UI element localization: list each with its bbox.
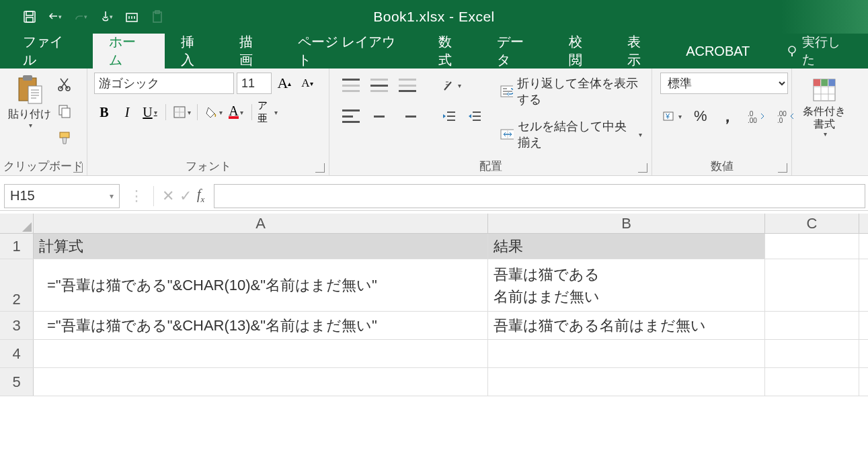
fill-color-icon[interactable]: ▾ [203, 102, 223, 122]
cell-B5[interactable] [488, 368, 765, 396]
svg-point-6 [789, 46, 795, 53]
col-header-A[interactable]: A [34, 214, 488, 233]
comma-icon[interactable]: ， [717, 106, 738, 126]
cell-B3[interactable]: 吾輩は猫である名前はまだ無い [488, 312, 765, 339]
wrap-text-button[interactable]: 折り返して全体を表示する [500, 75, 642, 107]
ribbon-tabs: ファイル ホーム 挿入 描画 ページ レイアウト 数式 データ 校閲 表示 AC… [0, 34, 868, 69]
svg-text:.00: .00 [748, 117, 757, 123]
increase-indent-icon[interactable] [465, 106, 484, 126]
dialog-launcher-icon[interactable] [73, 163, 83, 173]
enter-formula-icon[interactable]: ✓ [180, 187, 192, 205]
increase-font-icon[interactable]: A▴ [274, 73, 294, 93]
formula-bar[interactable] [214, 184, 865, 208]
align-middle-icon[interactable] [368, 75, 390, 95]
name-box[interactable]: H15▾ [4, 184, 120, 208]
tab-draw[interactable]: 描画 [223, 34, 282, 69]
row-header-2[interactable]: 2 [0, 259, 34, 311]
col-header-B[interactable]: B [488, 214, 765, 233]
tab-acrobat[interactable]: ACROBAT [670, 34, 766, 69]
select-all-triangle[interactable] [0, 214, 34, 233]
align-bottom-icon[interactable] [397, 75, 418, 95]
svg-rect-15 [60, 132, 69, 138]
svg-rect-1 [26, 11, 33, 15]
cell-C1[interactable] [765, 234, 859, 259]
dialog-launcher-icon[interactable] [778, 163, 787, 173]
align-top-icon[interactable] [340, 75, 362, 95]
drag-handle-icon[interactable]: ⋮ [129, 187, 145, 205]
col-header-C[interactable]: C [765, 214, 859, 233]
orientation-icon[interactable]: ▾ [440, 75, 463, 95]
window-title: Book1.xlsx - Excel [373, 9, 495, 25]
italic-button[interactable]: I [117, 102, 137, 122]
insert-function-icon[interactable]: fx [197, 187, 204, 205]
dialog-launcher-icon[interactable] [315, 163, 325, 173]
worksheet-grid: A B C 1 計算式 結果 2 ="吾輩は猫である"&CHAR(10)&"名前… [0, 214, 868, 396]
group-alignment: ▾ 折り返して全体を表示する セル [329, 69, 652, 175]
group-clipboard: 貼り付け ▾ クリップボード [0, 69, 87, 175]
decrease-indent-icon[interactable] [440, 106, 459, 126]
undo-icon[interactable]: ▾ [48, 10, 62, 24]
format-painter-icon[interactable] [55, 128, 74, 148]
group-styles: 条件付き 書式▾ [792, 69, 868, 175]
row-header-1[interactable]: 1 [0, 234, 34, 259]
dialog-launcher-icon[interactable] [638, 163, 647, 173]
group-label-clipboard: クリップボード [3, 160, 83, 173]
cut-icon[interactable] [55, 74, 74, 94]
cell-A3[interactable]: ="吾輩は猫である"&CHAR(13)&"名前はまだ無い" [34, 312, 488, 339]
tab-review[interactable]: 校閲 [553, 34, 611, 69]
accounting-format-icon[interactable]: ¥▾ [660, 106, 684, 126]
cell-A1[interactable]: 計算式 [34, 234, 488, 259]
tab-data[interactable]: データ [481, 34, 553, 69]
align-right-icon[interactable] [397, 106, 418, 126]
ribbon: 貼り付け ▾ クリップボード A▴ A▾ B I U▾ [0, 69, 868, 176]
tab-insert[interactable]: 挿入 [165, 34, 223, 69]
tab-home[interactable]: ホーム [93, 34, 165, 69]
tab-formulas[interactable]: 数式 [422, 34, 481, 69]
formula-bar-area: H15▾ ⋮ ✕ ✓ fx [0, 181, 868, 211]
save-icon[interactable] [23, 10, 36, 24]
cell-C5[interactable] [765, 368, 859, 396]
conditional-formatting-button[interactable]: 条件付き 書式▾ [800, 73, 849, 139]
row-header-5[interactable]: 5 [0, 368, 34, 396]
tab-page-layout[interactable]: ページ レイアウト [282, 34, 423, 69]
group-font: A▴ A▾ B I U▾ ▾ ▾ A▾ ア亜▾ フォント [87, 69, 329, 175]
cell-A5[interactable] [34, 368, 488, 396]
percent-icon[interactable]: % [692, 106, 709, 126]
border-icon[interactable]: ▾ [171, 102, 192, 122]
tell-me[interactable]: 実行した [770, 34, 868, 69]
conditional-formatting-icon [811, 77, 838, 103]
decrease-font-icon[interactable]: A▾ [297, 73, 317, 93]
copy-icon[interactable] [55, 101, 74, 121]
cell-C4[interactable] [765, 340, 859, 367]
font-color-icon[interactable]: A▾ [226, 102, 246, 122]
cell-A2[interactable]: ="吾輩は猫である"&CHAR(10)&"名前はまだ無い" [34, 259, 488, 311]
increase-decimal-icon[interactable]: .0.00 [746, 106, 767, 126]
align-center-icon[interactable] [368, 106, 390, 126]
number-format-combo[interactable]: 標準 [660, 73, 788, 94]
tab-view[interactable]: 表示 [611, 34, 670, 69]
cancel-formula-icon[interactable]: ✕ [162, 187, 174, 205]
font-size-combo[interactable] [237, 73, 272, 94]
row-header-3[interactable]: 3 [0, 312, 34, 339]
keyboard-icon[interactable] [125, 10, 139, 24]
cell-A4[interactable] [34, 340, 488, 367]
bold-button[interactable]: B [94, 102, 114, 122]
align-left-icon[interactable] [340, 106, 362, 126]
cell-B2[interactable]: 吾輩は猫である 名前はまだ無い [488, 259, 765, 311]
cell-C3[interactable] [765, 312, 859, 339]
row-header-4[interactable]: 4 [0, 340, 34, 367]
svg-text:.0: .0 [777, 117, 783, 123]
touch-mode-icon[interactable]: ▾ [100, 10, 113, 24]
tab-file[interactable]: ファイル [5, 34, 93, 69]
underline-button[interactable]: U▾ [140, 102, 160, 122]
cell-B1[interactable]: 結果 [488, 234, 765, 259]
paste-button[interactable]: 貼り付け ▾ [3, 70, 52, 129]
svg-rect-14 [62, 108, 70, 118]
redo-icon[interactable]: ▾ [74, 10, 87, 24]
paste-qat-icon[interactable] [151, 10, 164, 24]
font-name-combo[interactable] [94, 73, 234, 94]
cell-B4[interactable] [488, 340, 765, 367]
cell-C2[interactable] [765, 259, 859, 311]
phonetic-icon[interactable]: ア亜▾ [258, 102, 278, 122]
merge-center-button[interactable]: セルを結合して中央揃え▾ [500, 118, 642, 150]
